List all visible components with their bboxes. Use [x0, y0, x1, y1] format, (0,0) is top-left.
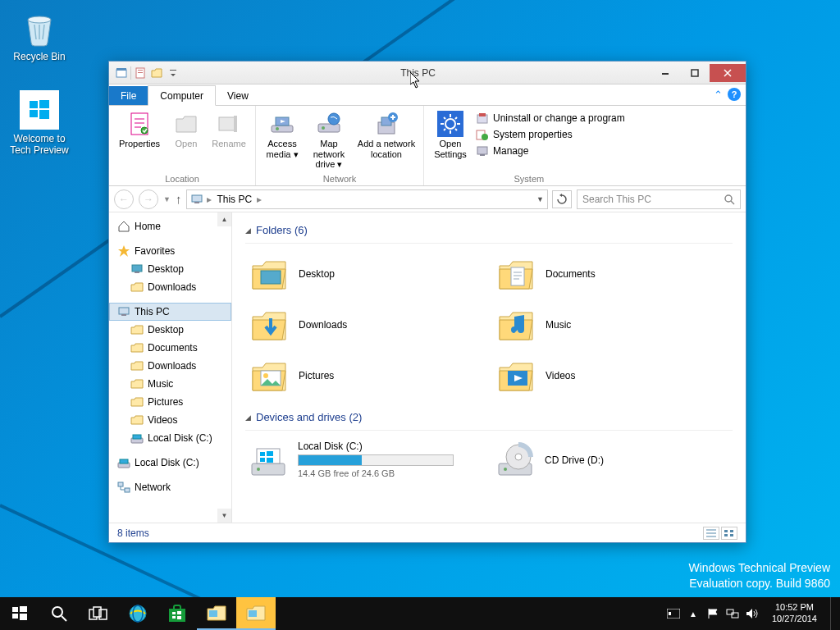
properties-button[interactable]: Properties	[116, 109, 163, 149]
folder-videos[interactable]: Videos	[492, 352, 733, 399]
qat-icon-1[interactable]	[114, 66, 129, 80]
drive-name: Local Disk (C:)	[298, 441, 482, 452]
view-details-button[interactable]	[703, 527, 719, 540]
help-icon[interactable]: ?	[728, 88, 741, 101]
add-network-location-button[interactable]: Add a network location	[356, 109, 417, 159]
folder-pictures[interactable]: Pictures	[245, 352, 486, 399]
tray-input-indicator[interactable]	[667, 607, 680, 620]
refresh-button[interactable]	[552, 190, 572, 208]
section-folders[interactable]: ◢Folders (6)	[245, 224, 733, 236]
folder-documents[interactable]: Documents	[492, 250, 733, 298]
forward-button[interactable]: →	[139, 189, 158, 209]
access-media-button[interactable]: Access media ▾	[262, 109, 302, 159]
folder-desktop[interactable]: Desktop	[245, 250, 486, 298]
tray-show-hidden[interactable]: ▲	[687, 607, 700, 620]
address-dropdown[interactable]: ▼	[536, 195, 544, 203]
recent-dropdown[interactable]: ▼	[163, 195, 171, 203]
sidebar-item-pc-videos[interactable]: Videos	[109, 411, 231, 429]
uninstall-program-button[interactable]: Uninstall or change a program	[473, 111, 628, 126]
tray-network-icon[interactable]	[726, 607, 739, 620]
drive-local-disk[interactable]: Local Disk (C:) 14.4 GB free of 24.6 GB	[245, 437, 486, 483]
taskbar-store[interactable]	[158, 597, 197, 630]
tab-computer[interactable]: Computer	[148, 85, 216, 106]
sidebar-item-pc-music[interactable]: Music	[109, 375, 231, 393]
folder-label: Videos	[546, 370, 575, 381]
svg-rect-67	[730, 534, 733, 536]
sidebar-item-favorites[interactable]: Favorites	[109, 242, 231, 260]
qat-dropdown[interactable]	[166, 66, 180, 80]
sidebar-item-pc-pictures[interactable]: Pictures	[109, 393, 231, 411]
system-tray: ▲ 10:52 PM 10/27/2014	[667, 597, 840, 630]
svg-point-51	[263, 373, 268, 378]
minimize-ribbon-icon[interactable]: ⌃	[714, 89, 723, 101]
search-box[interactable]: Search This PC	[577, 189, 741, 209]
sidebar-item-pc-local-disk[interactable]: Local Disk (C:)	[109, 429, 231, 447]
uninstall-icon	[476, 112, 489, 125]
svg-rect-34	[480, 154, 485, 156]
search-button[interactable]	[39, 597, 79, 630]
titlebar[interactable]: This PC	[109, 62, 746, 84]
open-settings-button[interactable]: Open Settings	[431, 109, 470, 159]
svg-rect-56	[260, 452, 265, 456]
svg-rect-35	[192, 195, 202, 202]
folder-music[interactable]: Music	[492, 301, 733, 349]
file-explorer-window: This PC File Computer View ⌃ ? Propertie…	[108, 61, 746, 543]
sidebar-scrollbar[interactable]: ▲▼	[217, 212, 231, 523]
back-button[interactable]: ←	[114, 189, 134, 209]
start-button[interactable]	[0, 597, 39, 630]
breadcrumb-this-pc[interactable]: This PC	[215, 194, 253, 205]
svg-point-19	[276, 127, 279, 130]
section-drives[interactable]: ◢Devices and drives (2)	[245, 411, 733, 423]
qat-properties[interactable]	[133, 66, 148, 80]
sidebar-item-local-disk[interactable]: Local Disk (C:)	[109, 454, 231, 472]
sidebar-item-pc-documents[interactable]: Documents	[109, 339, 231, 357]
minimize-button[interactable]	[651, 64, 680, 82]
network-icon	[117, 481, 130, 494]
sidebar-item-home[interactable]: Home	[109, 217, 231, 235]
svg-rect-82	[172, 616, 176, 619]
address-bar[interactable]: ▸ This PC ▸ ▼	[186, 189, 548, 209]
sidebar-item-pc-desktop[interactable]: Desktop	[109, 321, 231, 339]
svg-rect-3	[39, 100, 49, 108]
desktop-icon-recycle-bin[interactable]: Recycle Bin	[8, 8, 71, 62]
manage-button[interactable]: Manage	[473, 144, 628, 158]
open-button[interactable]: Open	[167, 109, 206, 149]
svg-rect-71	[20, 614, 27, 620]
maximize-button[interactable]	[680, 64, 710, 82]
folder-label: Desktop	[299, 268, 335, 280]
drive-cd[interactable]: CD Drive (D:)	[492, 437, 733, 483]
tab-view[interactable]: View	[216, 86, 260, 105]
svg-rect-79	[174, 605, 180, 610]
close-button[interactable]	[710, 64, 746, 82]
sidebar-item-this-pc[interactable]: This PC	[109, 303, 231, 321]
rename-button[interactable]: Rename	[209, 109, 249, 149]
system-properties-button[interactable]: System properties	[473, 127, 628, 142]
drive-icon	[130, 431, 144, 445]
taskbar-explorer[interactable]	[197, 597, 236, 630]
desktop-icon-tech-preview[interactable]: Welcome to Tech Preview	[8, 90, 71, 156]
sidebar-item-fav-desktop[interactable]: Desktop	[109, 260, 231, 278]
taskbar-ie[interactable]	[118, 597, 158, 630]
sidebar-item-network[interactable]: Network	[109, 478, 231, 496]
music-folder-icon	[496, 305, 536, 345]
up-button[interactable]: ↑	[176, 192, 182, 206]
svg-rect-47	[125, 488, 130, 492]
tray-flag-icon[interactable]	[706, 607, 719, 620]
taskbar-explorer-active[interactable]	[236, 597, 276, 630]
map-network-drive-button[interactable]: Map network drive ▾	[305, 109, 353, 170]
folder-icon	[130, 323, 144, 336]
drive-icon	[117, 456, 130, 469]
task-view-button[interactable]	[79, 597, 118, 630]
show-desktop-button[interactable]	[830, 597, 837, 630]
view-icons-button[interactable]	[721, 527, 737, 540]
tray-clock[interactable]: 10:52 PM 10/27/2014	[765, 602, 824, 625]
folder-downloads[interactable]: Downloads	[245, 301, 486, 349]
svg-rect-39	[135, 272, 139, 273]
sidebar-item-pc-downloads[interactable]: Downloads	[109, 357, 231, 375]
sidebar-item-fav-downloads[interactable]: Downloads	[109, 278, 231, 296]
local-disk-icon	[249, 441, 288, 480]
svg-rect-85	[249, 610, 257, 617]
qat-new-folder[interactable]	[149, 66, 164, 80]
tray-volume-icon[interactable]	[746, 607, 759, 620]
tab-file[interactable]: File	[109, 86, 148, 105]
